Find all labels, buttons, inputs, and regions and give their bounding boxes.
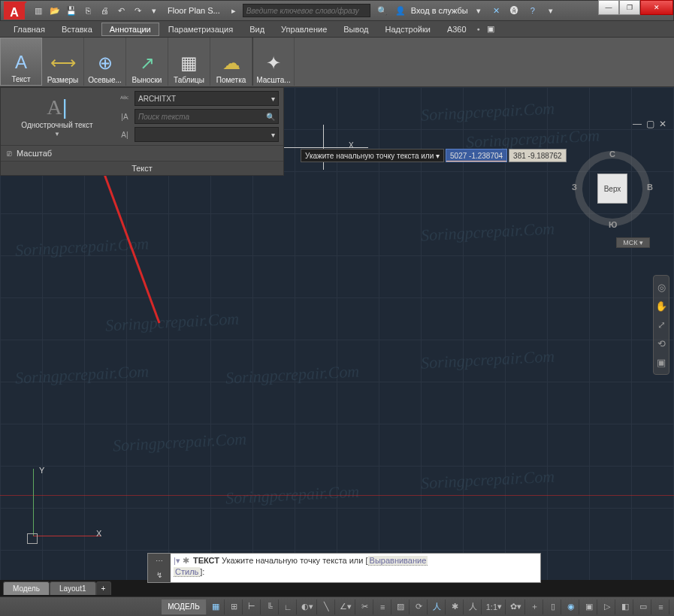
modelspace-button[interactable]: МОДЕЛЬ: [162, 599, 206, 614]
close-button[interactable]: ✕: [640, 0, 673, 15]
minimize-button[interactable]: —: [598, 0, 619, 15]
scale-button[interactable]: ✦ Масшта...: [252, 38, 295, 86]
customize-statusbar-icon[interactable]: ≡: [653, 599, 669, 614]
ribbon-minimize-icon[interactable]: ▣: [483, 22, 498, 37]
single-line-text-icon[interactable]: A|: [47, 95, 68, 119]
help-icon[interactable]: ?: [525, 3, 540, 18]
help-search-input[interactable]: [243, 4, 370, 17]
login-label[interactable]: Вход в службы: [411, 6, 468, 15]
units-icon[interactable]: ▯: [545, 599, 561, 614]
customize-icon[interactable]: ⋯: [156, 557, 163, 565]
viewport-max-icon[interactable]: ▢: [646, 119, 654, 129]
viewport-min-icon[interactable]: —: [633, 119, 642, 129]
scale-label[interactable]: Масштаб: [17, 149, 52, 158]
text-search-input[interactable]: 🔍: [134, 109, 279, 124]
qat-print-icon[interactable]: 🖨: [97, 3, 112, 18]
qat-saveas-icon[interactable]: ⎘: [80, 3, 95, 18]
command-line-handle[interactable]: ⋯ ↯: [148, 554, 171, 582]
tab-insert[interactable]: Вставка: [54, 23, 100, 35]
exchange-icon[interactable]: ✕: [489, 3, 504, 18]
help-dropdown-icon[interactable]: ▾: [543, 3, 558, 18]
viewcube-face-top[interactable]: Верх: [597, 174, 627, 204]
infocenter-icon[interactable]: 🔍: [375, 3, 390, 18]
maximize-button[interactable]: ❐: [619, 0, 640, 15]
tab-add-button[interactable]: +: [96, 581, 111, 595]
qat-undo-icon[interactable]: ↶: [113, 3, 128, 18]
centerlines-button[interactable]: ⊕ Осевые...: [84, 38, 126, 86]
qat-new-icon[interactable]: ▥: [31, 3, 46, 18]
dropdown-icon[interactable]: ▾: [471, 3, 486, 18]
tables-button[interactable]: ▦ Таблицы: [168, 38, 210, 86]
pan-icon[interactable]: ✋: [655, 300, 667, 312]
transparency-icon[interactable]: ▨: [393, 599, 410, 614]
orbit-icon[interactable]: ⟲: [657, 338, 666, 349]
search-icon[interactable]: 🔍: [266, 113, 275, 121]
dropdown-icon[interactable]: ▼: [54, 131, 60, 137]
quickprops-icon[interactable]: ◉: [563, 599, 579, 614]
tab-layout1[interactable]: Layout1: [50, 581, 96, 595]
viewport-close-icon[interactable]: ✕: [659, 119, 666, 129]
showmotion-icon[interactable]: ▣: [657, 357, 666, 368]
autoscale-icon[interactable]: 人: [465, 599, 482, 614]
app-logo[interactable]: A: [4, 2, 25, 20]
option-align[interactable]: Выравнивание: [368, 556, 428, 566]
dropdown-icon[interactable]: ▾: [436, 152, 440, 160]
tab-a360[interactable]: A360: [440, 23, 474, 35]
isolate-objects-icon[interactable]: ◧: [617, 599, 633, 614]
qat-dropdown-icon[interactable]: ▾: [147, 3, 162, 18]
nav-wheel-icon[interactable]: ◎: [657, 282, 666, 293]
user-icon[interactable]: 👤: [393, 3, 408, 18]
tab-home[interactable]: Главная: [6, 23, 53, 35]
dynamic-coord-input[interactable]: 5027 -1.238704: [446, 149, 507, 162]
title-arrow-icon[interactable]: ▸: [226, 3, 241, 18]
selection-cycling-icon[interactable]: ⟳: [411, 599, 428, 614]
recent-commands-icon[interactable]: ↯: [156, 571, 162, 579]
isodraft-icon[interactable]: ╲: [319, 599, 335, 614]
a360-icon[interactable]: 🅐: [507, 3, 522, 18]
3dosnap-icon[interactable]: ✂: [357, 599, 373, 614]
tab-annotate[interactable]: Аннотации: [101, 23, 159, 36]
clean-screen-icon[interactable]: ▭: [635, 599, 651, 614]
qat-save-icon[interactable]: 💾: [64, 3, 79, 18]
qat-redo-icon[interactable]: ↷: [130, 3, 145, 18]
single-line-text-label[interactable]: Однострочный текст: [21, 121, 92, 129]
tab-model[interactable]: Модель: [3, 581, 50, 595]
ortho-toggle-icon[interactable]: ∟: [280, 599, 297, 614]
tab-parametric[interactable]: Параметризация: [161, 23, 240, 35]
hardware-accel-icon[interactable]: ▷: [599, 599, 615, 614]
viewcube-south[interactable]: Ю: [609, 220, 617, 229]
snap-toggle-icon[interactable]: ⊞: [226, 599, 243, 614]
text-height-dropdown[interactable]: ▾: [134, 127, 279, 142]
markup-button[interactable]: ☁ Пометка: [210, 38, 252, 86]
qat-open-icon[interactable]: 📂: [47, 3, 62, 18]
lock-ui-icon[interactable]: ▣: [581, 599, 597, 614]
annotation-visibility-icon[interactable]: ✱: [447, 599, 464, 614]
scale-list[interactable]: 1:1▾: [483, 599, 506, 614]
osnap-toggle-icon[interactable]: ∠▾: [337, 599, 355, 614]
tab-addins[interactable]: Надстройки: [378, 23, 438, 35]
tab-view[interactable]: Вид: [242, 23, 272, 35]
text-button[interactable]: A Текст: [0, 38, 42, 86]
scale-icon[interactable]: ⎚: [7, 149, 12, 158]
command-text[interactable]: |▾ ✱ ТЕКСТ Укажите начальную точку текст…: [171, 554, 431, 580]
text-style-dropdown[interactable]: ARCHITXT▾: [134, 91, 279, 106]
dimensions-button[interactable]: ⟷ Размеры: [42, 38, 84, 86]
grid-toggle-icon[interactable]: ▦: [208, 599, 225, 614]
lineweight-icon[interactable]: ≡: [375, 599, 391, 614]
viewcube[interactable]: Верх С Ю В З: [575, 151, 650, 226]
viewcube-west[interactable]: З: [572, 183, 577, 192]
annotation-monitor-icon[interactable]: ＋: [527, 599, 543, 614]
wcs-selector[interactable]: МСК ▾: [616, 237, 650, 248]
viewcube-north[interactable]: С: [609, 149, 615, 159]
workspace-switch-icon[interactable]: ✿▾: [507, 599, 525, 614]
annoscale-icon[interactable]: 人: [429, 599, 446, 614]
dynamic-input-icon[interactable]: ╚: [262, 599, 279, 614]
tab-manage[interactable]: Управление: [274, 23, 334, 35]
polar-toggle-icon[interactable]: ◐▾: [298, 599, 317, 614]
option-style[interactable]: Стиль: [174, 567, 200, 577]
command-line[interactable]: ⋯ ↯ |▾ ✱ ТЕКСТ Укажите начальную точку т…: [147, 553, 541, 583]
infer-toggle-icon[interactable]: ⊢: [244, 599, 261, 614]
leaders-button[interactable]: ↗ Выноски: [126, 38, 168, 86]
viewcube-east[interactable]: В: [647, 183, 653, 192]
zoom-extents-icon[interactable]: ⤢: [657, 319, 666, 331]
